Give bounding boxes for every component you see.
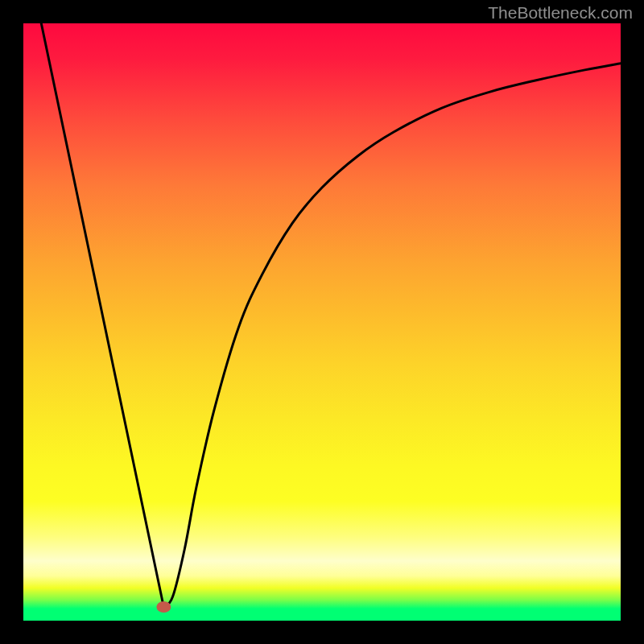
curve-overlay	[23, 23, 621, 621]
minimum-marker	[156, 601, 171, 613]
plot-area	[23, 23, 621, 621]
chart-frame: TheBottleneck.com	[0, 0, 644, 644]
curve-left-branch	[41, 23, 163, 607]
watermark-text: TheBottleneck.com	[488, 3, 633, 23]
curve-right-branch	[163, 64, 621, 607]
